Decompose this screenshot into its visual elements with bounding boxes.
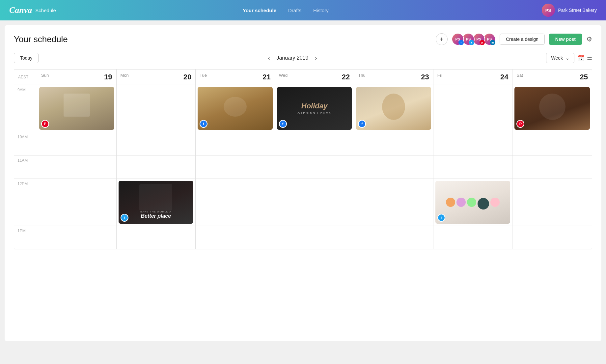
nav-link-history[interactable]: History	[313, 8, 329, 13]
day-label: Mon	[121, 73, 129, 78]
account-avatar-fb[interactable]: PS f	[452, 33, 464, 45]
facebook-post-badge: f	[279, 120, 287, 128]
view-select[interactable]: Week ⌄	[546, 53, 574, 63]
settings-icon[interactable]: ⚙	[586, 35, 592, 43]
list-view-icon[interactable]: ☰	[587, 54, 592, 62]
cell-9am-fri[interactable]	[433, 85, 513, 132]
calendar-view-icon[interactable]: 📅	[577, 54, 584, 62]
facebook-post-badge: f	[200, 120, 207, 128]
post-image-holiday: Holiday Opening Hours	[277, 87, 352, 130]
post-image-pancakes	[356, 87, 431, 130]
new-post-button[interactable]: New post	[549, 34, 582, 45]
post-card-bread[interactable]: bake the world a Better place t	[119, 181, 194, 224]
post-card-croissant[interactable]: f	[198, 87, 273, 130]
post-image-cake	[39, 87, 114, 130]
cell-11am-wed[interactable]	[275, 155, 354, 179]
post-image-macarons	[435, 181, 510, 224]
cell-1pm-wed[interactable]	[275, 226, 354, 249]
logo-area: Canva Schedule	[9, 5, 56, 15]
next-week-button[interactable]: ›	[314, 55, 318, 62]
cell-12pm-wed[interactable]	[275, 179, 354, 226]
post-card-cake[interactable]: P	[39, 87, 114, 130]
prev-week-button[interactable]: ‹	[266, 55, 271, 62]
cell-11am-sat[interactable]	[512, 155, 592, 179]
post-card-holiday[interactable]: Holiday Opening Hours f	[277, 87, 352, 130]
today-button[interactable]: Today	[14, 53, 39, 63]
cell-11am-sun[interactable]	[37, 155, 117, 179]
cell-12pm-fri[interactable]: t	[433, 179, 513, 226]
main-content: Your schedule + PS f PS t PS p PS in	[5, 25, 601, 341]
row-9am: 9AM P f	[14, 85, 592, 132]
row-1pm: 1PM	[14, 226, 592, 249]
toolbar-right: + PS f PS t PS p PS in Creat	[436, 33, 592, 45]
holiday-title: Holiday	[301, 102, 327, 110]
header-sun: Sun 19	[37, 70, 117, 85]
app-name: Schedule	[35, 8, 56, 13]
user-name: Park Street Bakery	[558, 8, 597, 13]
post-card-pancakes[interactable]: f	[356, 87, 431, 130]
nav-link-schedule[interactable]: Your schedule	[243, 8, 276, 13]
cell-11am-fri[interactable]	[433, 155, 513, 179]
day-number: 20	[183, 73, 191, 81]
post-card-macarons[interactable]: t	[435, 181, 510, 224]
day-number: 21	[262, 73, 270, 81]
cell-12pm-sat[interactable]	[512, 179, 592, 226]
cell-11am-tue[interactable]	[196, 155, 275, 179]
day-label: Sun	[41, 73, 49, 78]
cell-10am-fri[interactable]	[433, 132, 513, 155]
pinterest-post-badge: P	[41, 120, 49, 128]
day-number: 22	[342, 73, 350, 81]
calendar-month: January 2019	[276, 55, 308, 61]
calendar-grid: AEST Sun 19 Mon 20 Tue 21 Wed 22 Thu 23	[14, 69, 592, 249]
time-11am: 11AM	[14, 155, 37, 179]
cell-12pm-thu[interactable]	[354, 179, 433, 226]
nav-link-drafts[interactable]: Drafts	[288, 8, 301, 13]
post-image-croissant	[198, 87, 273, 130]
cell-1pm-sat[interactable]	[512, 226, 592, 249]
cell-9am-tue[interactable]: f	[196, 85, 275, 132]
add-account-button[interactable]: +	[436, 33, 448, 45]
day-number: 19	[104, 73, 112, 81]
cell-9am-wed[interactable]: Holiday Opening Hours f	[275, 85, 354, 132]
post-image-coffee	[514, 87, 590, 130]
cell-12pm-mon[interactable]: bake the world a Better place t	[117, 179, 196, 226]
cell-10am-thu[interactable]	[354, 132, 433, 155]
cell-11am-mon[interactable]	[117, 155, 196, 179]
nav-links: Your schedule Drafts History	[243, 8, 329, 13]
cell-12pm-sun[interactable]	[37, 179, 117, 226]
cell-9am-sat[interactable]: P	[512, 85, 592, 132]
cell-1pm-sun[interactable]	[37, 226, 117, 249]
time-10am: 10AM	[14, 132, 37, 155]
day-label: Thu	[358, 73, 365, 78]
bread-text-top: bake the world a	[140, 210, 172, 213]
cell-9am-thu[interactable]: f	[354, 85, 433, 132]
cell-10am-tue[interactable]	[196, 132, 275, 155]
day-number: 23	[421, 73, 429, 81]
linkedin-badge: in	[490, 40, 495, 45]
bread-text-bottom: Better place	[141, 213, 171, 219]
time-9am: 9AM	[14, 85, 37, 132]
cell-11am-thu[interactable]	[354, 155, 433, 179]
day-label: Sat	[516, 73, 523, 78]
create-design-button[interactable]: Create a design	[500, 34, 545, 45]
header-mon: Mon 20	[117, 70, 196, 85]
cell-9am-sun[interactable]: P	[37, 85, 117, 132]
day-number: 25	[580, 73, 588, 81]
cell-10am-mon[interactable]	[117, 132, 196, 155]
user-avatar: PS	[542, 4, 555, 17]
post-card-coffee[interactable]: P	[514, 87, 590, 130]
cell-1pm-tue[interactable]	[196, 226, 275, 249]
canva-logo: Canva	[9, 5, 32, 15]
cell-10am-wed[interactable]	[275, 132, 354, 155]
cell-1pm-thu[interactable]	[354, 226, 433, 249]
cell-1pm-mon[interactable]	[117, 226, 196, 249]
nav-user[interactable]: PS Park Street Bakery	[542, 4, 597, 17]
cell-10am-sun[interactable]	[37, 132, 117, 155]
cell-10am-sat[interactable]	[512, 132, 592, 155]
cell-1pm-fri[interactable]	[433, 226, 513, 249]
cell-12pm-tue[interactable]	[196, 179, 275, 226]
toolbar: Your schedule + PS f PS t PS p PS in	[14, 33, 592, 45]
cell-9am-mon[interactable]	[117, 85, 196, 132]
row-11am: 11AM	[14, 155, 592, 179]
header-fri: Fri 24	[433, 70, 513, 85]
